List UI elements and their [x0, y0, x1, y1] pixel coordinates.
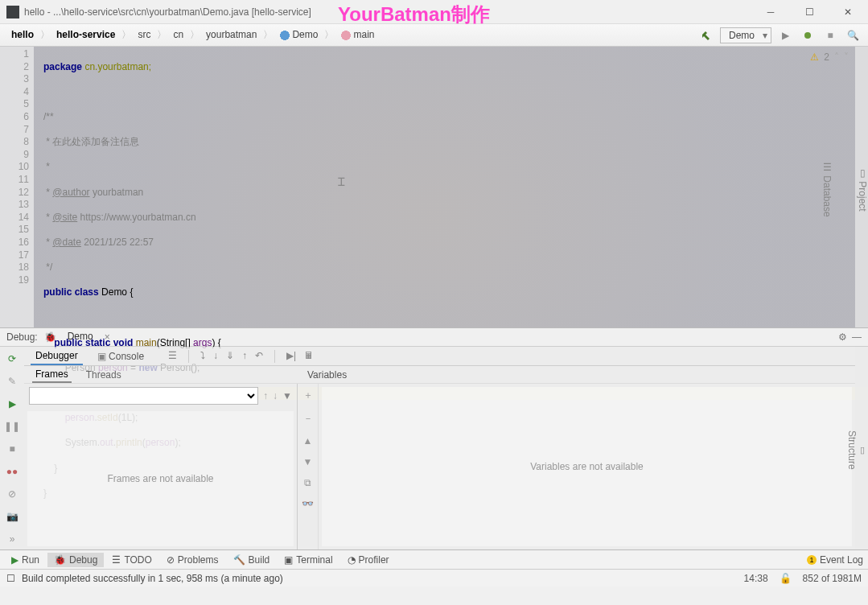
debug-button[interactable]	[799, 27, 817, 44]
editor-area: 123456789 10▸ 11 12▸ 13141516171819 pack…	[0, 47, 868, 327]
window-controls: ─ ☐ ✕	[752, 1, 866, 23]
database-tool-button[interactable]: ☰ Database	[821, 162, 833, 217]
notification-badge-icon: 1	[807, 555, 817, 565]
bottom-toolbar: ▶Run 🐞Debug ☰TODO ⊘Problems 🔨Build ▣Term…	[0, 549, 868, 569]
variables-panel: ＋ － ▲ ▼ ⧉ 👓 Variables are not available	[298, 384, 855, 549]
status-time: 14:38	[744, 573, 768, 584]
rerun-icon[interactable]: ⟳	[8, 353, 16, 364]
problems-tab[interactable]: ⊘Problems	[160, 553, 225, 567]
chevron-right-icon: 〉	[121, 28, 131, 42]
evaluate-icon[interactable]: 🖩	[304, 350, 314, 363]
variables-label: Variables	[307, 369, 347, 381]
app-icon	[6, 6, 19, 19]
thread-dropdown[interactable]	[29, 387, 258, 405]
drop-frame-icon[interactable]: ↶	[255, 350, 263, 363]
more-icon[interactable]: »	[10, 533, 15, 545]
glasses-icon[interactable]: 👓	[302, 498, 314, 509]
modify-run-icon[interactable]: ✎	[8, 376, 16, 387]
frames-tab[interactable]: Frames	[32, 367, 72, 383]
resume-icon[interactable]: ▶	[9, 398, 16, 410]
next-frame-icon[interactable]: ↓	[273, 390, 278, 401]
run-tab[interactable]: ▶Run	[5, 553, 46, 567]
view-breakpoint-icon[interactable]: ●●	[6, 466, 19, 477]
threads-tab[interactable]: Threads	[83, 368, 125, 382]
breadcrumb-item[interactable]: hello	[6, 27, 39, 42]
force-step-icon[interactable]: ⇓	[226, 350, 234, 363]
breadcrumb-item[interactable]: cn	[168, 27, 188, 42]
memory-indicator[interactable]: 852 of 1981M	[803, 573, 862, 584]
debugger-tab[interactable]: Debugger	[31, 348, 83, 365]
right-tool-strip: ▯ Project ☰ Database	[855, 47, 868, 327]
todo-tab[interactable]: ☰TODO	[105, 553, 158, 567]
profiler-tab[interactable]: ◔Profiler	[341, 553, 396, 567]
step-into-icon[interactable]: ↓	[213, 350, 218, 363]
step-out-icon[interactable]: ↑	[242, 350, 247, 363]
prev-frame-icon[interactable]: ↑	[263, 390, 268, 401]
status-icon[interactable]: ☐	[6, 573, 15, 584]
lock-icon[interactable]: 🔓	[780, 573, 792, 584]
code-editor[interactable]: package cn.yourbatman; /** * 在此处添加备注信息 *…	[34, 47, 868, 327]
breadcrumb-item[interactable]: hello-service	[51, 27, 120, 42]
copy-icon[interactable]: ⧉	[304, 477, 311, 488]
run-to-cursor-icon[interactable]: ▶|	[286, 350, 296, 363]
frames-empty-msg: Frames are not available	[27, 411, 294, 546]
debug-left-toolbar: ⟳ ✎ ▶ ❚❚ ■ ●● ⊘ 📷 »	[0, 347, 24, 549]
breadcrumb-item[interactable]: yourbatman	[201, 27, 261, 42]
right-strip-structure[interactable]: ▯ Structure	[855, 347, 868, 549]
status-message: Build completed successfully in 1 sec, 9…	[22, 573, 283, 584]
collapse-icon[interactable]: ˅	[844, 51, 849, 63]
chevron-right-icon: 〉	[263, 28, 273, 42]
pause-icon[interactable]: ❚❚	[4, 421, 20, 432]
run-config-dropdown[interactable]: Demo	[720, 27, 771, 43]
run-button[interactable]: ▶	[776, 27, 794, 44]
build-tab[interactable]: 🔨Build	[227, 553, 277, 567]
frames-panel: ↑ ↓ ▼ Frames are not available	[24, 384, 298, 549]
camera-icon[interactable]: 📷	[6, 511, 19, 522]
chevron-right-icon: 〉	[324, 28, 334, 42]
mute-breakpoints-icon[interactable]: ⊘	[8, 488, 16, 500]
project-tool-button[interactable]: ▯ Project	[857, 167, 868, 212]
chevron-right-icon: 〉	[157, 28, 167, 42]
titlebar: hello - ...\hello-service\src\cn\yourbat…	[0, 0, 868, 24]
inspection-widget[interactable]: ⚠ 2 ˄ ˅	[810, 51, 849, 63]
chevron-right-icon: 〉	[40, 28, 50, 42]
build-button[interactable]	[697, 27, 715, 44]
debug-label: Debug:	[6, 331, 38, 343]
filter-icon[interactable]: ▼	[282, 390, 292, 401]
debug-subtabs: Frames Threads Variables	[24, 366, 855, 384]
class-icon	[279, 30, 290, 41]
stop-icon[interactable]: ■	[9, 443, 14, 455]
step-over-icon[interactable]: ⤵	[200, 350, 205, 363]
navigation-bar: hello〉 hello-service〉 src〉 cn〉 yourbatma…	[0, 24, 868, 47]
maximize-button[interactable]: ☐	[791, 1, 828, 23]
window-title: hello - ...\hello-service\src\cn\yourbat…	[24, 6, 752, 18]
breadcrumb-item[interactable]: Demo	[274, 27, 323, 43]
minimize-button[interactable]: ─	[752, 1, 789, 23]
chevron-right-icon: 〉	[190, 28, 200, 42]
status-bar: ☐ Build completed successfully in 1 sec,…	[0, 569, 868, 586]
svg-point-0	[804, 32, 811, 39]
variables-toolbar: ＋ － ▲ ▼ ⧉ 👓	[298, 384, 319, 549]
layout-icon[interactable]: ☰	[168, 350, 177, 363]
breadcrumb-item[interactable]: src	[133, 27, 155, 42]
debug-tabs: Debugger ▣ Console ☰ ⤵ ↓ ⇓ ↑ ↶ ▶| 🖩	[24, 347, 855, 366]
console-tab[interactable]: ▣ Console	[93, 348, 149, 364]
method-icon	[340, 30, 352, 41]
remove-watch-icon[interactable]: －	[303, 412, 313, 426]
event-log-button[interactable]: 1 Event Log	[807, 554, 863, 566]
stop-button[interactable]: ■	[821, 27, 839, 44]
close-button[interactable]: ✕	[829, 1, 866, 23]
toolbar-right: Demo ▶ ■ 🔍	[697, 27, 862, 44]
debug-toolwindow: ⟳ ✎ ▶ ❚❚ ■ ●● ⊘ 📷 » Debugger ▣ Console ☰…	[0, 347, 868, 549]
up-icon[interactable]: ▲	[303, 435, 313, 447]
search-button[interactable]: 🔍	[844, 27, 862, 44]
warning-count: 2	[824, 51, 829, 63]
gutter[interactable]: 123456789 10▸ 11 12▸ 13141516171819	[0, 47, 34, 327]
breadcrumb-item[interactable]: main	[335, 27, 379, 43]
expand-icon[interactable]: ˄	[834, 51, 839, 63]
terminal-tab[interactable]: ▣Terminal	[278, 553, 339, 567]
warning-icon: ⚠	[810, 51, 819, 63]
down-icon[interactable]: ▼	[303, 456, 313, 467]
debug-tab-btn[interactable]: 🐞Debug	[47, 553, 104, 567]
new-watch-icon[interactable]: ＋	[303, 389, 313, 402]
